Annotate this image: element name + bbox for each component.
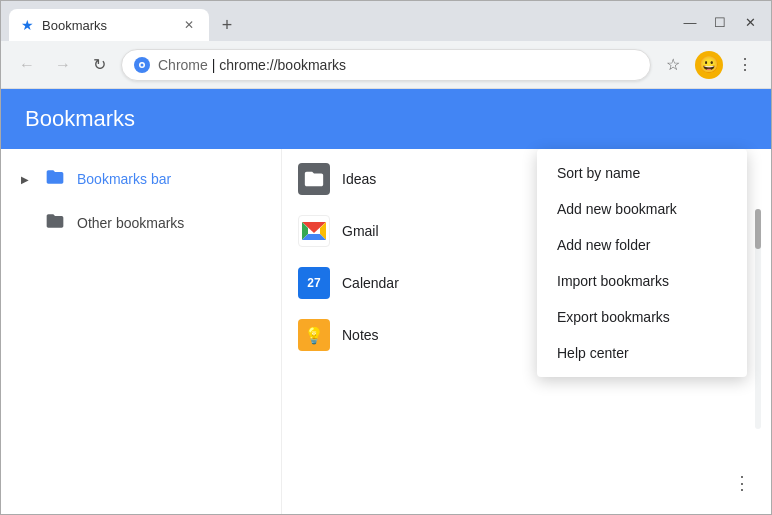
menu-item-import-bookmarks[interactable]: Import bookmarks [537, 263, 747, 299]
url-path: chrome://bookmarks [219, 57, 346, 73]
refresh-button[interactable]: ↻ [85, 51, 113, 79]
title-bar: ★ Bookmarks ✕ + — ☐ ✕ [1, 1, 771, 41]
bookmark-ideas-label: Ideas [342, 171, 376, 187]
folder-icon [45, 167, 65, 192]
menu-item-sort-by-name[interactable]: Sort by name [537, 155, 747, 191]
menu-item-export-bookmarks[interactable]: Export bookmarks [537, 299, 747, 335]
menu-item-help-center[interactable]: Help center [537, 335, 747, 371]
back-button[interactable]: ← [13, 51, 41, 79]
menu-item-add-new-bookmark[interactable]: Add new bookmark [537, 191, 747, 227]
bookmark-more-button[interactable]: ⋮ [733, 472, 751, 494]
browser-menu-button[interactable]: ⋮ [731, 51, 759, 79]
page-header: Bookmarks [1, 89, 771, 149]
bookmark-star-button[interactable]: ☆ [659, 51, 687, 79]
sidebar-bookmarks-bar-label: Bookmarks bar [77, 171, 171, 187]
folder-ideas-icon [298, 163, 330, 195]
scrollbar-track[interactable] [755, 209, 761, 429]
sidebar-other-bookmarks-label: Other bookmarks [77, 215, 184, 231]
url-origin: Chrome [158, 57, 208, 73]
notes-favicon: 💡 [298, 319, 330, 351]
svg-point-2 [141, 63, 144, 66]
sidebar-item-bookmarks-bar[interactable]: ▶ Bookmarks bar [1, 157, 281, 201]
context-menu: Sort by name Add new bookmark Add new fo… [537, 149, 747, 377]
url-bar[interactable]: Chrome | chrome://bookmarks [121, 49, 651, 81]
address-bar: ← → ↻ Chrome | chrome://bookmarks ☆ 😀 ⋮ [1, 41, 771, 89]
close-button[interactable]: ✕ [737, 9, 763, 35]
sidebar: ▶ Bookmarks bar Other boo [1, 149, 281, 514]
calendar-favicon: 27 [298, 267, 330, 299]
active-tab[interactable]: ★ Bookmarks ✕ [9, 9, 209, 41]
url-text: Chrome | chrome://bookmarks [158, 57, 638, 73]
browser-window: ★ Bookmarks ✕ + — ☐ ✕ ← → ↻ Chrome [0, 0, 772, 515]
new-tab-button[interactable]: + [213, 11, 241, 39]
url-favicon [134, 57, 150, 73]
minimize-button[interactable]: — [677, 9, 703, 35]
gmail-favicon [298, 215, 330, 247]
window-controls: — ☐ ✕ [677, 9, 763, 41]
bookmark-gmail-label: Gmail [342, 223, 379, 239]
expand-arrow-icon: ▶ [17, 171, 33, 187]
tab-favicon: ★ [21, 17, 34, 33]
tab-close-button[interactable]: ✕ [181, 17, 197, 33]
forward-button[interactable]: → [49, 51, 77, 79]
page-title: Bookmarks [25, 106, 135, 132]
main-content: Bookmarks ▶ Bookmarks bar [1, 89, 771, 514]
tab-title: Bookmarks [42, 18, 173, 33]
folder-other-icon [45, 211, 65, 236]
profile-avatar[interactable]: 😀 [695, 51, 723, 79]
bookmark-notes-label: Notes [342, 327, 379, 343]
maximize-button[interactable]: ☐ [707, 9, 733, 35]
scrollbar-thumb[interactable] [755, 209, 761, 249]
bookmark-calendar-label: Calendar [342, 275, 399, 291]
menu-item-add-new-folder[interactable]: Add new folder [537, 227, 747, 263]
sidebar-item-other-bookmarks[interactable]: Other bookmarks [1, 201, 281, 245]
